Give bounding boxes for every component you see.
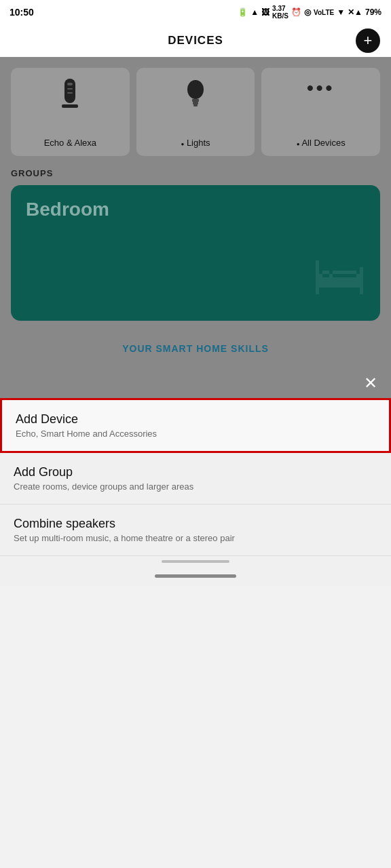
svg-rect-7 (193, 102, 198, 104)
image-icon: 🖼 (261, 7, 269, 17)
main-content: DEVICES + Echo & Alexa (0, 24, 391, 366)
add-button[interactable]: + (356, 28, 380, 53)
status-bar: 10:50 🔋 ▲ 🖼 3.37KB/S ⏰ ◎ VoLTE ▼ ✕▲ 79% (0, 0, 391, 24)
cellular-icon: ✕▲ (348, 7, 362, 17)
close-btn-row: ✕ (0, 366, 391, 398)
plus-icon: + (364, 32, 373, 50)
svg-rect-1 (67, 83, 73, 85)
categories-section: Echo & Alexa ● Lights ••• (0, 57, 391, 161)
drop-icon: 🔋 (238, 7, 248, 17)
echo-label: Echo & Alexa (44, 138, 96, 148)
combine-speakers-item[interactable]: Combine speakers Set up multi-room music… (0, 505, 391, 556)
page-title: DEVICES (168, 34, 223, 47)
status-icons: 🔋 ▲ 🖼 3.37KB/S ⏰ ◎ VoLTE ▼ ✕▲ 79% (238, 5, 381, 20)
scroll-indicator (0, 556, 391, 566)
all-dot: ● (297, 141, 300, 147)
lte-icon: VoLTE (314, 9, 334, 16)
close-button[interactable]: ✕ (364, 374, 377, 393)
add-device-subtitle: Echo, Smart Home and Accessories (16, 429, 375, 439)
group-name: Bedroom (26, 199, 109, 220)
wifi-icon: ▼ (337, 7, 345, 17)
battery-percent: 79% (365, 7, 381, 17)
groups-title: GROUPS (11, 168, 380, 178)
add-group-title: Add Group (14, 465, 377, 479)
signal-icon: ▲ (250, 7, 259, 17)
lights-icon (183, 77, 208, 116)
group-bedroom-card[interactable]: Bedroom 🛏 (11, 185, 380, 321)
svg-rect-0 (64, 79, 75, 103)
more-dots-icon: ••• (307, 77, 335, 99)
svg-rect-6 (192, 99, 199, 102)
add-group-subtitle: Create rooms, device groups and larger a… (14, 481, 377, 492)
svg-rect-4 (62, 104, 78, 108)
alarm-icon: ⏰ (291, 7, 301, 17)
svg-point-5 (187, 80, 204, 99)
groups-section: GROUPS Bedroom 🛏 (0, 161, 391, 332)
category-lights[interactable]: ● Lights (136, 68, 255, 156)
scroll-bar (162, 560, 229, 563)
skills-link[interactable]: YOUR SMART HOME SKILLS (122, 343, 269, 354)
kb-indicator: 3.37KB/S (272, 5, 288, 20)
circle-icon: ◎ (304, 7, 311, 17)
skills-section: YOUR SMART HOME SKILLS (0, 332, 391, 366)
category-echo[interactable]: Echo & Alexa (11, 68, 130, 156)
combine-speakers-title: Combine speakers (14, 517, 377, 531)
svg-rect-8 (193, 104, 198, 106)
header: DEVICES + (0, 24, 391, 57)
bottom-sheet: ✕ Add Device Echo, Smart Home and Access… (0, 366, 391, 586)
svg-rect-3 (67, 92, 73, 94)
svg-rect-2 (67, 88, 73, 90)
bottom-nav (0, 566, 391, 586)
lights-label: ● Lights (181, 138, 210, 148)
category-all-devices[interactable]: ••• ● All Devices (261, 68, 380, 156)
lights-dot: ● (181, 141, 184, 147)
categories-row: Echo & Alexa ● Lights ••• (11, 68, 380, 156)
bedroom-bg-icon: 🛏 (312, 245, 367, 307)
status-time: 10:50 (10, 7, 34, 18)
add-device-item[interactable]: Add Device Echo, Smart Home and Accessor… (0, 398, 391, 453)
all-devices-label: ● All Devices (297, 138, 346, 148)
add-device-title: Add Device (16, 412, 375, 427)
echo-icon (58, 77, 82, 116)
combine-speakers-subtitle: Set up multi-room music, a home theatre … (14, 533, 377, 543)
add-group-item[interactable]: Add Group Create rooms, device groups an… (0, 453, 391, 505)
home-indicator (155, 574, 236, 578)
